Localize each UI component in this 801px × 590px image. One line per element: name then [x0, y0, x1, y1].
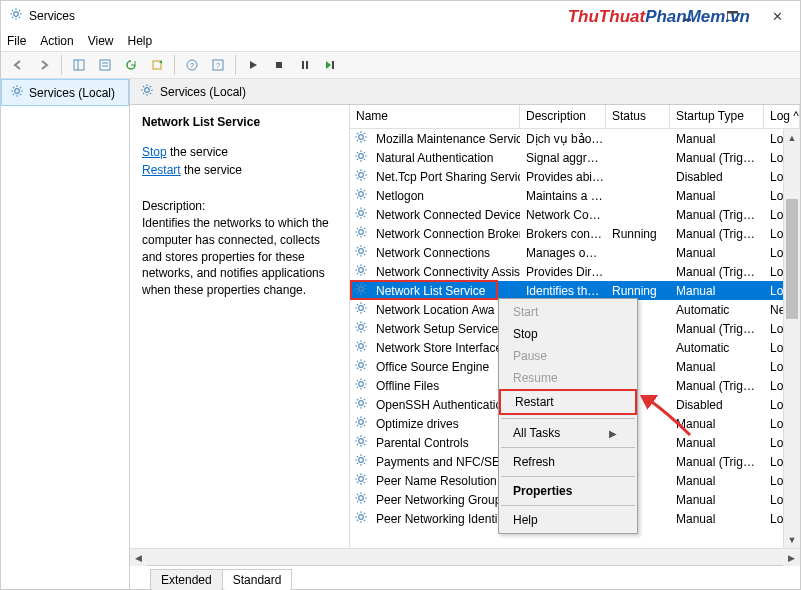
ctx-stop[interactable]: Stop — [499, 323, 637, 345]
nav-services-local[interactable]: Services (Local) — [1, 79, 129, 106]
cell-startup: Manual — [670, 474, 764, 488]
gear-icon — [354, 491, 368, 508]
gear-icon — [354, 358, 368, 375]
toolbar: ? ? — [1, 51, 800, 79]
scroll-right-icon[interactable]: ▶ — [783, 549, 800, 566]
menu-help[interactable]: Help — [128, 34, 153, 48]
ctx-start: Start — [499, 301, 637, 323]
cell-name: Network Connections — [370, 246, 520, 260]
cell-startup: Automatic — [670, 303, 764, 317]
service-list: Name Description Status Startup Type Log… — [350, 105, 800, 548]
svg-rect-11 — [276, 62, 282, 68]
gear-icon — [354, 510, 368, 527]
cell-desc: Identifies th… — [520, 284, 606, 298]
main-header: Services (Local) — [130, 79, 800, 105]
menu-file[interactable]: File — [7, 34, 26, 48]
stop-link[interactable]: Stop — [142, 145, 167, 159]
gear-icon — [354, 434, 368, 451]
service-row[interactable]: Natural AuthenticationSignal aggr…Manual… — [350, 148, 800, 167]
context-menu: Start Stop Pause Resume Restart All Task… — [498, 298, 638, 534]
gear-icon — [354, 377, 368, 394]
cell-startup: Manual (Trig… — [670, 379, 764, 393]
gear-icon — [354, 225, 368, 242]
view-tabs: Extended Standard — [130, 565, 800, 589]
cell-name: Natural Authentication — [370, 151, 520, 165]
cell-desc: Maintains a … — [520, 189, 606, 203]
service-row[interactable]: Network Connected Device…Network Co…Manu… — [350, 205, 800, 224]
service-row[interactable]: Mozilla Maintenance ServiceDịch vụ bảo…M… — [350, 129, 800, 148]
pause-service-button[interactable] — [294, 54, 316, 76]
menubar: File Action View Help — [1, 31, 800, 51]
cell-desc: Provides Dir… — [520, 265, 606, 279]
service-row[interactable]: Network ConnectionsManages o…ManualLoc — [350, 243, 800, 262]
scroll-thumb[interactable] — [786, 199, 798, 319]
cell-desc: Signal aggr… — [520, 151, 606, 165]
cell-startup: Manual — [670, 360, 764, 374]
tab-extended[interactable]: Extended — [150, 569, 223, 590]
cell-startup: Manual — [670, 417, 764, 431]
service-row[interactable]: NetlogonMaintains a …ManualLoc — [350, 186, 800, 205]
description-label: Description: — [142, 199, 337, 213]
svg-point-23 — [359, 249, 364, 254]
col-status[interactable]: Status — [606, 105, 670, 128]
svg-point-27 — [359, 325, 364, 330]
help2-button[interactable]: ? — [207, 54, 229, 76]
description-body: Identifies the networks to which the com… — [142, 215, 337, 299]
ctx-properties[interactable]: Properties — [499, 480, 637, 502]
ctx-restart[interactable]: Restart — [499, 389, 637, 415]
cell-name: Mozilla Maintenance Service — [370, 132, 520, 146]
export-button[interactable] — [146, 54, 168, 76]
svg-point-25 — [359, 287, 364, 292]
svg-point-15 — [15, 89, 20, 94]
forward-button[interactable] — [33, 54, 55, 76]
gear-icon — [354, 244, 368, 261]
close-button[interactable]: ✕ — [755, 1, 800, 31]
properties-button[interactable] — [94, 54, 116, 76]
ctx-help[interactable]: Help — [499, 509, 637, 531]
cell-startup: Manual — [670, 189, 764, 203]
col-logon[interactable]: Log ^ — [764, 105, 800, 128]
svg-point-22 — [359, 230, 364, 235]
menu-view[interactable]: View — [88, 34, 114, 48]
ctx-refresh[interactable]: Refresh — [499, 451, 637, 473]
col-startup[interactable]: Startup Type — [670, 105, 764, 128]
service-row[interactable]: Network Connectivity Assis…Provides Dir…… — [350, 262, 800, 281]
gear-icon — [354, 301, 368, 318]
svg-rect-14 — [332, 61, 334, 69]
scroll-left-icon[interactable]: ◀ — [130, 549, 147, 566]
svg-point-36 — [359, 496, 364, 501]
show-hide-tree-button[interactable] — [68, 54, 90, 76]
restart-service-button[interactable] — [320, 54, 342, 76]
restart-link[interactable]: Restart — [142, 163, 181, 177]
svg-text:?: ? — [216, 62, 220, 69]
svg-point-16 — [145, 88, 150, 93]
svg-point-21 — [359, 211, 364, 216]
cell-desc: Network Co… — [520, 208, 606, 222]
gear-icon — [354, 453, 368, 470]
selected-service-name: Network List Service — [142, 115, 337, 129]
scroll-down-icon[interactable]: ▼ — [784, 531, 800, 548]
gear-icon — [140, 83, 154, 100]
service-row[interactable]: Network Connection BrokerBrokers con…Run… — [350, 224, 800, 243]
gear-icon — [354, 320, 368, 337]
help-button[interactable]: ? — [181, 54, 203, 76]
col-name[interactable]: Name — [350, 105, 520, 128]
tab-standard[interactable]: Standard — [222, 569, 293, 590]
stop-service-button[interactable] — [268, 54, 290, 76]
cell-name: Network List Service — [370, 284, 520, 298]
scroll-up-icon[interactable]: ▲ — [784, 129, 800, 146]
service-row[interactable]: Net.Tcp Port Sharing ServiceProvides abi… — [350, 167, 800, 186]
svg-point-17 — [359, 135, 364, 140]
back-button[interactable] — [7, 54, 29, 76]
start-service-button[interactable] — [242, 54, 264, 76]
svg-point-33 — [359, 439, 364, 444]
ctx-all-tasks[interactable]: All Tasks▶ — [499, 422, 637, 444]
svg-point-20 — [359, 192, 364, 197]
watermark: ThuThuatPhanMem.vn — [568, 7, 750, 27]
col-description[interactable]: Description — [520, 105, 606, 128]
cell-status: Running — [606, 227, 670, 241]
gear-icon — [354, 187, 368, 204]
refresh-button[interactable] — [120, 54, 142, 76]
menu-action[interactable]: Action — [40, 34, 73, 48]
vertical-scrollbar[interactable]: ▲ ▼ — [783, 129, 800, 548]
